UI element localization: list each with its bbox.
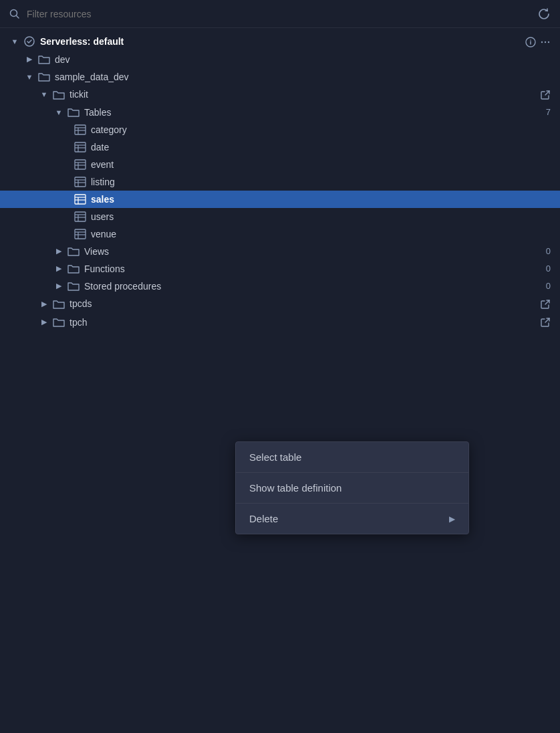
chevron-tables: [53, 107, 64, 118]
functions-badge: 0: [546, 264, 551, 274]
svg-point-7: [545, 41, 546, 42]
search-bar: [0, 0, 560, 28]
table-sales-icon: [74, 194, 87, 205]
table-date-icon: [74, 142, 87, 152]
folder-stored-procedures-icon: [67, 281, 80, 292]
svg-rect-22: [75, 177, 86, 187]
tree-item-tpch[interactable]: tpch: [0, 313, 560, 331]
chevron-sample-data-dev: [24, 72, 35, 82]
chevron-functions: [53, 264, 64, 274]
dev-label: dev: [55, 54, 560, 65]
tickit-external-link[interactable]: [540, 89, 551, 100]
delete-label: Delete: [249, 513, 278, 524]
context-menu: Select table Show table definition Delet…: [235, 441, 469, 534]
svg-rect-26: [75, 195, 86, 204]
context-menu-delete[interactable]: Delete ▶: [236, 504, 468, 534]
stored-procedures-label: Stored procedures: [84, 281, 546, 292]
tickit-label: tickit: [69, 89, 540, 100]
venue-label: venue: [91, 229, 560, 239]
tree-item-tickit[interactable]: tickit: [0, 86, 560, 104]
tree-item-functions[interactable]: Functions 0: [0, 260, 560, 278]
table-listing-icon: [74, 177, 87, 187]
svg-rect-30: [75, 212, 86, 221]
svg-line-38: [545, 300, 549, 304]
table-users-icon: [74, 211, 87, 222]
svg-line-9: [545, 91, 549, 95]
tree-item-users[interactable]: users: [0, 208, 560, 225]
category-label: category: [91, 124, 560, 135]
functions-label: Functions: [84, 264, 546, 274]
svg-rect-10: [75, 125, 86, 134]
svg-point-5: [530, 39, 531, 41]
serverless-icon: [23, 36, 36, 47]
chevron-dev: [24, 54, 35, 65]
views-badge: 0: [546, 246, 551, 256]
chevron-tpcds: [39, 298, 49, 309]
tree-item-views[interactable]: Views 0: [0, 243, 560, 260]
tree-item-tpcds[interactable]: tpcds: [0, 295, 560, 313]
select-table-label: Select table: [249, 451, 301, 463]
date-label: date: [91, 142, 560, 152]
svg-point-8: [548, 41, 549, 42]
chevron-tickit: [39, 89, 49, 100]
tree-item-sales[interactable]: sales: [0, 191, 560, 208]
folder-tables-icon: [67, 107, 80, 118]
sales-label: sales: [91, 194, 560, 205]
tpch-external-link[interactable]: [540, 316, 551, 328]
views-label: Views: [84, 246, 546, 257]
tables-badge: 7: [546, 107, 551, 117]
more-icon[interactable]: [540, 35, 551, 47]
folder-functions-icon: [67, 264, 80, 274]
stored-procedures-badge: 0: [546, 281, 551, 291]
tree-item-listing[interactable]: listing: [0, 173, 560, 191]
listing-label: listing: [91, 177, 560, 187]
folder-tpch-icon: [52, 317, 65, 328]
chevron-views: [53, 246, 64, 257]
svg-rect-18: [75, 160, 86, 169]
chevron-tpch: [39, 317, 49, 328]
tree-item-tables[interactable]: Tables 7: [0, 104, 560, 121]
tree-item-serverless-default[interactable]: Serverless: default: [0, 32, 560, 50]
folder-tpcds-icon: [52, 298, 65, 309]
sample-data-dev-label: sample_data_dev: [55, 72, 560, 82]
users-label: users: [91, 211, 560, 222]
chevron-stored-procedures: [53, 281, 64, 292]
search-icon: [9, 8, 20, 20]
search-input[interactable]: [27, 9, 531, 19]
folder-dev-icon: [37, 54, 51, 65]
tree-item-stored-procedures[interactable]: Stored procedures 0: [0, 278, 560, 295]
svg-line-1: [17, 16, 19, 19]
tree-item-date[interactable]: date: [0, 138, 560, 156]
svg-rect-34: [75, 229, 86, 239]
table-category-icon: [74, 124, 87, 135]
table-venue-icon: [74, 229, 87, 239]
delete-submenu-arrow: ▶: [449, 514, 455, 524]
tpcds-label: tpcds: [69, 298, 540, 309]
svg-line-39: [545, 318, 549, 322]
tree-item-sample-data-dev[interactable]: sample_data_dev: [0, 68, 560, 86]
chevron-serverless: [9, 36, 20, 47]
serverless-label: Serverless: default: [40, 36, 525, 47]
show-table-definition-label: Show table definition: [249, 482, 341, 494]
svg-point-6: [541, 41, 543, 42]
tpch-label: tpch: [69, 317, 540, 328]
context-menu-show-table-definition[interactable]: Show table definition: [236, 473, 468, 503]
folder-sample-data-dev-icon: [37, 72, 51, 82]
tree-item-dev[interactable]: dev: [0, 51, 560, 68]
tree-item-event[interactable]: event: [0, 156, 560, 173]
info-icon[interactable]: [525, 35, 536, 47]
tree-item-category[interactable]: category: [0, 121, 560, 138]
resource-tree: Serverless: default dev: [0, 28, 560, 335]
folder-views-icon: [67, 246, 80, 257]
context-menu-select-table[interactable]: Select table: [236, 442, 468, 472]
refresh-icon[interactable]: [537, 7, 551, 21]
folder-tickit-icon: [52, 89, 65, 100]
event-label: event: [91, 159, 560, 170]
table-event-icon: [74, 159, 87, 170]
tables-label: Tables: [84, 107, 546, 118]
tree-item-venue[interactable]: venue: [0, 225, 560, 243]
tpcds-external-link[interactable]: [540, 298, 551, 310]
svg-rect-14: [75, 142, 86, 152]
